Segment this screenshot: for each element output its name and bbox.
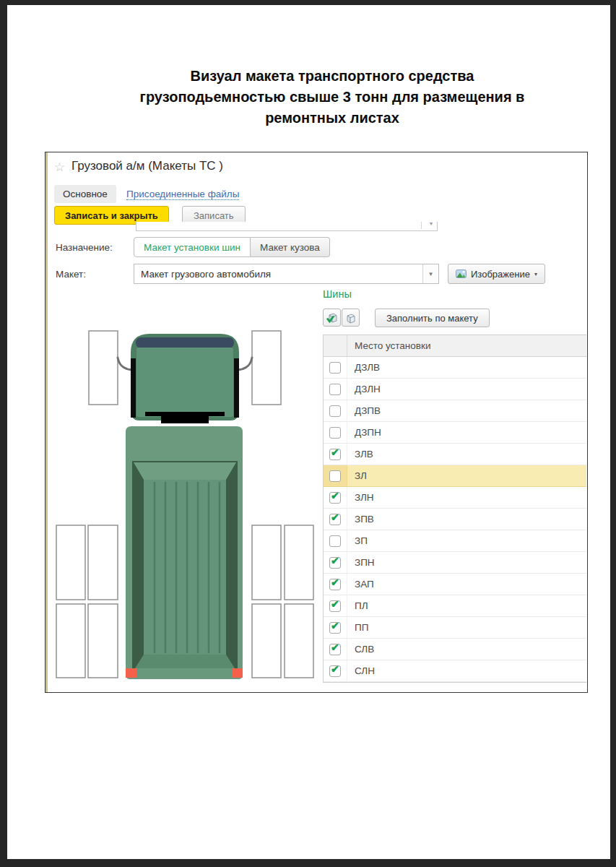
row-checkbox-cell: ✔: [324, 639, 347, 660]
row-checkbox[interactable]: ✔: [329, 514, 341, 525]
rear-wheel: [88, 525, 118, 600]
cab-hitch: [161, 413, 209, 423]
row-label: ЗПН: [347, 552, 375, 573]
row-label: ПП: [347, 617, 368, 638]
app-window: ☆ Грузовой а/м (Макеты ТС ) Основное При…: [45, 152, 588, 693]
row-label: ДЗПН: [347, 422, 381, 443]
layout-combobox[interactable]: Макет грузового автомобиля ▾: [134, 264, 439, 284]
row-checkbox[interactable]: [329, 384, 341, 395]
table-row[interactable]: ДЗПН: [324, 422, 586, 444]
purpose-toggle: Макет установки шин Макет кузова: [134, 237, 330, 257]
row-checkbox[interactable]: [329, 427, 341, 439]
table-row[interactable]: ДЗЛВ: [324, 357, 586, 379]
check-icon: ✔: [331, 555, 339, 566]
cab-left-step: [131, 358, 136, 418]
row-checkbox[interactable]: [329, 362, 341, 374]
row-checkbox[interactable]: ✔: [329, 557, 341, 569]
document-title-line: ремонтных листах: [94, 108, 571, 129]
truncated-name-field[interactable]: ▾: [136, 222, 438, 231]
row-checkbox[interactable]: ✔: [329, 665, 341, 677]
row-label: ДЗПВ: [347, 400, 381, 421]
header-checkbox-column: [324, 335, 347, 356]
chevron-down-icon: ▾: [534, 271, 537, 277]
table-row[interactable]: ✔ЗАП: [324, 574, 586, 595]
favorite-star-icon[interactable]: ☆: [54, 160, 65, 175]
image-icon: [456, 269, 467, 278]
row-checkbox-cell: [324, 530, 347, 551]
table-row[interactable]: ✔ЗПВ: [324, 509, 586, 530]
table-row[interactable]: ДЗПВ: [324, 400, 586, 422]
chevron-down-icon: ▾: [430, 220, 433, 227]
layout-value: Макет грузового автомобиля: [141, 269, 271, 280]
tab-attached-files[interactable]: Присоединенные файлы: [126, 189, 239, 200]
cab-right-step: [234, 358, 239, 418]
table-row[interactable]: ✔ЗПН: [324, 552, 586, 574]
row-label: ЗЛ: [347, 465, 367, 486]
check-icon: ✔: [331, 490, 339, 501]
purpose-option-tires[interactable]: Макет установки шин: [134, 237, 251, 257]
cargo-bed-rear-slope: [134, 655, 236, 670]
row-checkbox[interactable]: ✔: [329, 449, 341, 460]
row-checkbox-cell: ✔: [324, 617, 347, 638]
front-left-wheel: [89, 331, 118, 405]
rear-wheel: [88, 604, 118, 678]
row-checkbox[interactable]: ✔: [329, 600, 341, 612]
check-icon: ✔: [331, 598, 339, 610]
cube-check-icon: [326, 312, 338, 324]
check-all-button[interactable]: [323, 309, 341, 327]
cube-icon: [344, 312, 357, 324]
image-button-label: Изображение: [471, 269, 530, 280]
truck-windshield: [136, 337, 234, 348]
row-checkbox[interactable]: ✔: [329, 622, 341, 634]
rear-wheel: [252, 604, 281, 678]
rear-wheel: [285, 604, 313, 678]
truck-top-view-diagram: [51, 324, 322, 685]
fill-by-layout-button[interactable]: Заполнить по макету: [375, 309, 490, 327]
check-icon: ✔: [331, 577, 339, 588]
table-row[interactable]: ЗЛ: [324, 465, 586, 487]
table-row[interactable]: ✔ЗЛН: [324, 487, 586, 509]
tires-table: Место установки ДЗЛВДЗЛНДЗПВДЗПН✔ЗЛВЗЛ✔З…: [323, 335, 586, 683]
table-row[interactable]: ЗП: [324, 530, 586, 552]
row-label: ЗЛН: [347, 487, 374, 508]
right-taillight: [232, 668, 243, 678]
row-label: ЗПВ: [347, 509, 374, 530]
rear-wheel: [285, 525, 313, 600]
row-checkbox[interactable]: ✔: [329, 579, 341, 590]
table-row[interactable]: ДЗЛН: [324, 379, 586, 400]
document-title-line: Визуал макета транспортного средства: [94, 66, 571, 87]
table-row[interactable]: ✔ЗЛВ: [324, 444, 586, 465]
table-row[interactable]: ✔СЛВ: [324, 639, 586, 660]
row-label: ЗЛВ: [347, 444, 373, 465]
table-row[interactable]: ✔ПЛ: [324, 595, 586, 617]
row-checkbox[interactable]: ✔: [329, 492, 341, 504]
document-title: Визуал макета транспортного средства гру…: [94, 66, 571, 129]
row-checkbox-cell: ✔: [324, 444, 347, 465]
row-label: ПЛ: [347, 595, 368, 616]
row-label: ЗП: [347, 530, 368, 551]
image-menu-button[interactable]: Изображение ▾: [448, 264, 545, 284]
table-row[interactable]: ✔СЛН: [324, 660, 586, 682]
row-checkbox-cell: ✔: [324, 595, 347, 616]
layout-dropdown-button[interactable]: ▾: [422, 264, 438, 283]
table-row[interactable]: ✔ПП: [324, 617, 586, 639]
row-checkbox-cell: ✔: [324, 509, 347, 530]
row-checkbox[interactable]: [329, 470, 341, 482]
row-checkbox-cell: ✔: [324, 487, 347, 508]
check-icon: ✔: [331, 620, 339, 631]
check-icon: ✔: [331, 663, 339, 675]
row-label: СЛВ: [347, 639, 374, 660]
uncheck-all-button[interactable]: [342, 309, 360, 327]
left-taillight: [126, 668, 136, 678]
table-header-row: Место установки: [324, 335, 586, 357]
tire-table-body: ДЗЛВДЗЛНДЗПВДЗПН✔ЗЛВЗЛ✔ЗЛН✔ЗПВЗП✔ЗПН✔ЗАП…: [324, 357, 586, 682]
row-checkbox[interactable]: [329, 535, 341, 547]
row-checkbox[interactable]: [329, 405, 341, 417]
rear-wheel: [56, 604, 85, 678]
row-label: ДЗЛВ: [347, 357, 380, 378]
purpose-option-body[interactable]: Макет кузова: [251, 237, 330, 257]
tab-main[interactable]: Основное: [54, 185, 116, 203]
row-checkbox-cell: ✔: [324, 552, 347, 573]
row-label: ЗАП: [347, 574, 374, 595]
row-checkbox[interactable]: ✔: [329, 644, 341, 655]
